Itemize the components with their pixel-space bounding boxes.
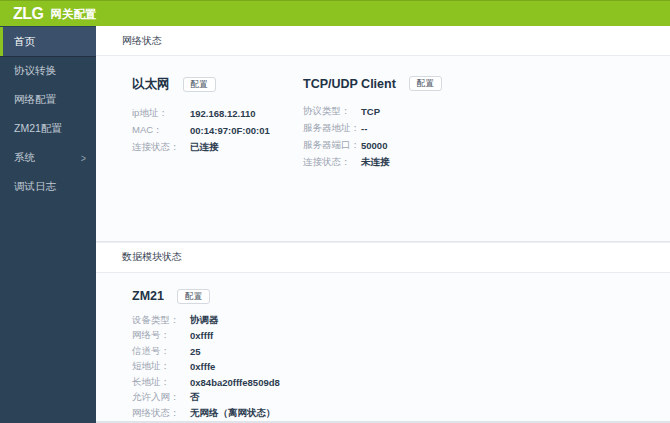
main-content: 网络状态 以太网 配置 ip地址： 192.168.12.110 MAC： 00… [96,26,670,423]
network-state-value: 无网络（离网状态） [190,407,276,420]
kv-row-short-address: 短地址： 0xfffe [132,359,280,375]
kv-label: 设备类型： [132,314,190,327]
sidebar-item-home[interactable]: 首页 [0,27,96,56]
sidebar-item-label: 首页 [14,35,35,49]
sidebar-item-label: 调试日志 [14,180,56,194]
sidebar-item-label: 系统 [14,151,35,165]
ethernet-config-button[interactable]: 配置 [183,77,216,92]
section-title-ethernet: 以太网 [132,76,170,93]
sidebar-item-label: 网络配置 [14,93,56,107]
chevron-right-icon: > [81,151,86,164]
kv-label: 网络号： [132,329,190,342]
kv-label: MAC： [132,124,190,137]
kv-label: 协议类型： [303,105,361,118]
kv-row-server-port: 服务器端口： 50000 [303,137,442,154]
kv-row-channel: 信道号： 25 [132,344,280,360]
kv-row-permit-join: 允许入网： 否 [132,390,280,406]
sidebar-item-label: ZM21配置 [14,122,62,136]
kv-row-protocol-type: 协议类型： TCP [303,103,442,120]
kv-label: 信道号： [132,345,190,358]
kv-label: 网络状态： [132,407,190,420]
kv-row-long-address: 长地址： 0x84ba20fffe8509d8 [132,375,280,391]
mac-address-value: 00:14:97:0F:00:01 [190,125,270,136]
kv-row-ip: ip地址： 192.168.12.110 [132,105,303,122]
server-port-value: 50000 [361,140,387,151]
kv-row-link-status: 连接状态： 已连接 [132,139,303,156]
zm21-config-button[interactable]: 配置 [177,289,210,304]
channel-value: 25 [190,346,201,357]
sidebar-item-network-config[interactable]: 网络配置 [0,85,96,114]
kv-label: 短地址： [132,360,190,373]
ethernet-section: 以太网 配置 ip地址： 192.168.12.110 MAC： 00:14:9… [132,76,303,241]
connect-status-value: 未连接 [361,156,390,169]
sidebar-nav: 首页 协议转换 网络配置 ZM21配置 系统 > 调试日志 [0,26,96,423]
zlg-logo: ZLG [13,6,44,22]
section-title-tcp-udp-client: TCP/UDP Client [303,77,396,91]
tcp-udp-client-section: TCP/UDP Client 配置 协议类型： TCP 服务器地址： -- 服务… [303,76,442,241]
sidebar-item-protocol-conversion[interactable]: 协议转换 [0,56,96,85]
long-address-value: 0x84ba20fffe8509d8 [190,377,280,388]
kv-row-server-address: 服务器地址： -- [303,120,442,137]
sidebar-item-label: 协议转换 [14,64,56,78]
network-status-body: 以太网 配置 ip地址： 192.168.12.110 MAC： 00:14:9… [96,56,670,241]
link-status-value: 已连接 [190,141,219,154]
permit-join-value: 否 [190,391,200,404]
kv-row-network-id: 网络号： 0xffff [132,328,280,344]
data-module-body: ZM21 配置 设备类型： 协调器 网络号： 0xffff 信道号： 25 [96,273,670,422]
short-address-value: 0xfffe [190,361,215,372]
kv-row-network-state: 网络状态： 无网络（离网状态） [132,406,280,422]
kv-row-connect-status: 连接状态： 未连接 [303,154,442,171]
kv-label: 服务器地址： [303,122,361,135]
tcp-udp-config-button[interactable]: 配置 [409,76,442,91]
zm21-section: ZM21 配置 设备类型： 协调器 网络号： 0xffff 信道号： 25 [132,289,280,422]
app-title: 网关配置 [51,6,97,22]
data-module-status-panel: 数据模块状态 ZM21 配置 设备类型： 协调器 网络号： 0xffff [96,243,670,423]
device-type-value: 协调器 [190,314,219,327]
sidebar-item-system[interactable]: 系统 > [0,143,96,172]
kv-label: ip地址： [132,107,190,120]
kv-label: 服务器端口： [303,139,361,152]
network-status-panel: 网络状态 以太网 配置 ip地址： 192.168.12.110 MAC： 00… [96,26,670,241]
network-id-value: 0xffff [190,330,213,341]
section-title-zm21: ZM21 [132,289,164,303]
gateway-config-app: ZLG 网关配置 首页 协议转换 网络配置 ZM21配置 系统 > 调试日志 网… [0,0,670,423]
ip-address-value: 192.168.12.110 [190,108,256,119]
kv-row-mac: MAC： 00:14:97:0F:00:01 [132,122,303,139]
protocol-type-value: TCP [361,106,380,117]
kv-label: 连接状态： [303,156,361,169]
panel-title-network-status: 网络状态 [96,26,670,56]
top-header: ZLG 网关配置 [0,0,670,26]
kv-label: 连接状态： [132,141,190,154]
kv-label: 允许入网： [132,391,190,404]
sidebar-item-debug-log[interactable]: 调试日志 [0,172,96,201]
kv-label: 长地址： [132,376,190,389]
kv-row-device-type: 设备类型： 协调器 [132,313,280,329]
sidebar-item-zm21-config[interactable]: ZM21配置 [0,114,96,143]
panel-title-data-module-status: 数据模块状态 [96,243,670,273]
server-address-value: -- [361,123,367,134]
